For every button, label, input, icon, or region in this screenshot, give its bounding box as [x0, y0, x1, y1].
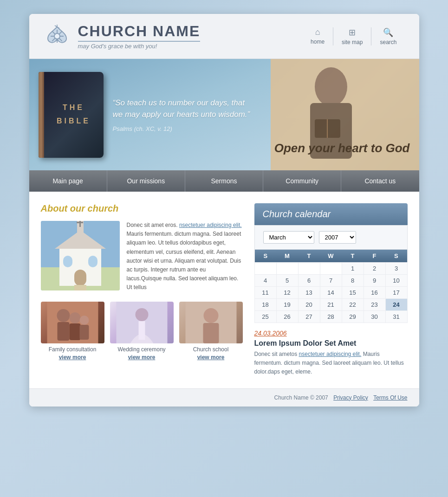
hero-right: Open your heart to God — [271, 59, 419, 170]
svg-point-10 — [315, 67, 347, 106]
photo-item-school: Church school view more — [179, 302, 243, 361]
cal-day[interactable]: 8 — [342, 275, 364, 287]
church-logo-icon — [43, 22, 71, 50]
nav-home[interactable]: ⌂ home — [302, 27, 333, 45]
cal-day[interactable]: 23 — [364, 299, 385, 311]
wedding-view-more[interactable]: view more — [110, 354, 174, 361]
cal-day[interactable]: 25 — [254, 311, 276, 323]
nav-sitemap[interactable]: ⊞ site map — [333, 27, 371, 45]
cal-header-t1: T — [298, 250, 320, 263]
cal-day[interactable]: 15 — [342, 287, 364, 299]
wedding-photo-thumb — [110, 302, 174, 343]
school-view-more[interactable]: view more — [179, 354, 243, 361]
bible-citation: Psalms (ch. XC, v. 12) — [113, 125, 172, 132]
right-column: Church calendar March January February A… — [254, 203, 408, 377]
family-photo-thumb — [41, 302, 104, 343]
svg-rect-30 — [69, 323, 80, 340]
cal-day[interactable]: 13 — [298, 287, 320, 299]
cal-header-f: F — [364, 250, 385, 263]
hero-right-text: Open your heart to God — [274, 141, 410, 156]
event-date[interactable]: 24.03.2006 — [254, 329, 408, 337]
header-title-block: CHURCH NAME may God's grace be with you! — [78, 23, 201, 50]
month-select[interactable]: March January February April — [263, 231, 314, 244]
cal-day[interactable]: 19 — [276, 299, 298, 311]
school-caption: Church school — [179, 346, 243, 353]
svg-rect-35 — [138, 321, 145, 340]
nav-search[interactable]: 🔍 search — [371, 27, 405, 45]
cal-day[interactable]: 4 — [254, 275, 276, 287]
footer: Church Name © 2007 Privacy Policy Terms … — [29, 388, 419, 407]
nav-contact-us[interactable]: Contact us — [341, 170, 419, 192]
event-desc-link[interactable]: nsectetuer adipiscing elit. — [299, 351, 362, 357]
search-icon: 🔍 — [383, 27, 393, 38]
wedding-caption: Wedding ceremony — [110, 346, 174, 353]
cal-day[interactable]: 29 — [342, 311, 364, 323]
cal-day[interactable]: 21 — [320, 299, 342, 311]
cal-day[interactable]: 12 — [276, 287, 298, 299]
svg-rect-28 — [57, 322, 69, 341]
nav-our-missions[interactable]: Our missions — [107, 170, 185, 192]
hero-section: THE BIBLE “So teach us to number our day… — [29, 59, 419, 170]
page-wrapper: CHURCH NAME may God's grace be with you!… — [29, 14, 419, 407]
event-description: Donec sit ametos nsectetuer adipiscing e… — [254, 350, 408, 377]
cal-day — [254, 263, 276, 275]
church-intro: Donec sit amet eros. nsectetuer adipisci… — [41, 221, 243, 292]
svg-point-0 — [54, 33, 60, 39]
cal-day[interactable]: 27 — [298, 311, 320, 323]
hero-quote: “So teach us to number our days, that we… — [104, 92, 261, 137]
terms-of-use-link[interactable]: Terms Of Use — [373, 394, 407, 401]
cal-day — [298, 263, 320, 275]
cal-day[interactable]: 30 — [364, 311, 385, 323]
svg-point-27 — [57, 309, 70, 322]
bible-quote: “So teach us to number our days, that we… — [113, 97, 252, 121]
cal-day[interactable]: 5 — [276, 275, 298, 287]
church-illustration — [41, 221, 120, 290]
calendar-controls: March January February April 2007 2006 2… — [254, 225, 408, 250]
cal-day[interactable]: 6 — [298, 275, 320, 287]
nav-main-page[interactable]: Main page — [29, 170, 107, 192]
home-icon: ⌂ — [315, 27, 320, 37]
svg-rect-32 — [79, 325, 89, 340]
calendar-title: Church calendar — [254, 203, 408, 225]
cal-day[interactable]: 14 — [320, 287, 342, 299]
inline-link-1[interactable]: nsectetuer adipiscing elit. — [179, 222, 242, 228]
svg-point-37 — [203, 308, 218, 323]
calendar-table: S M T W T F S 12345678910111213141516171… — [254, 250, 408, 323]
header-left: CHURCH NAME may God's grace be with you! — [43, 22, 201, 50]
cal-day[interactable]: 1 — [342, 263, 364, 275]
about-section-title: About our church — [41, 203, 243, 214]
cal-day[interactable]: 31 — [385, 311, 407, 323]
family-view-more[interactable]: view more — [41, 354, 104, 361]
cal-day[interactable]: 26 — [276, 311, 298, 323]
year-select[interactable]: 2007 2006 2005 2008 — [319, 231, 356, 244]
cal-day[interactable]: 28 — [320, 311, 342, 323]
cal-day[interactable]: 9 — [364, 275, 385, 287]
nav-sermons[interactable]: Sermons — [185, 170, 263, 192]
cal-day[interactable]: 2 — [364, 263, 385, 275]
hero-left: THE BIBLE “So teach us to number our day… — [29, 59, 271, 170]
svg-rect-22 — [74, 270, 86, 286]
cal-day[interactable]: 20 — [298, 299, 320, 311]
cal-header-s2: S — [385, 250, 407, 263]
svg-point-34 — [135, 308, 148, 321]
header-nav: ⌂ home ⊞ site map 🔍 search — [302, 27, 405, 45]
svg-rect-24 — [88, 256, 97, 267]
privacy-policy-link[interactable]: Privacy Policy — [333, 394, 368, 401]
cal-day[interactable]: 7 — [320, 275, 342, 287]
nav-community[interactable]: Community — [263, 170, 341, 192]
cal-day[interactable]: 16 — [364, 287, 385, 299]
event-title: Lorem Ipsum Dolor Set Amet — [254, 339, 408, 348]
cal-day[interactable]: 18 — [254, 299, 276, 311]
photo-item-wedding: Wedding ceremony view more — [110, 302, 174, 361]
svg-rect-20 — [79, 221, 81, 227]
cal-day[interactable]: 17 — [385, 287, 407, 299]
cal-day[interactable]: 22 — [342, 299, 364, 311]
svg-point-29 — [69, 312, 80, 323]
cal-day[interactable]: 3 — [385, 263, 407, 275]
cal-day[interactable]: 10 — [385, 275, 407, 287]
cal-day[interactable]: 11 — [254, 287, 276, 299]
church-body-text: Donec sit amet eros. nsectetuer adipisci… — [127, 221, 243, 292]
family-caption: Family consultation — [41, 346, 104, 353]
copyright: Church Name © 2007 — [274, 394, 328, 401]
cal-day[interactable]: 24 — [385, 299, 407, 311]
